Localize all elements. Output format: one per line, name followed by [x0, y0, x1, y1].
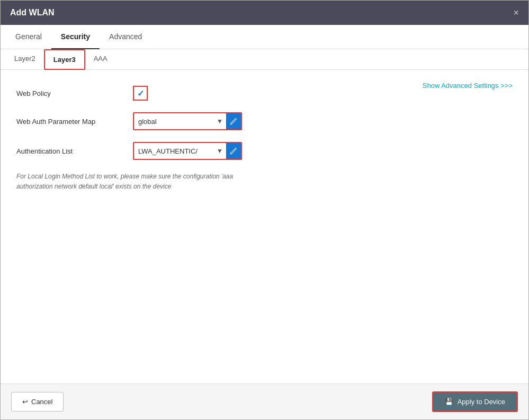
checkbox-checkmark: ✓ — [137, 88, 144, 99]
authentication-list-label: Authentication List — [16, 147, 133, 155]
cancel-icon: ↩ — [22, 398, 28, 406]
tab-general[interactable]: General — [6, 25, 51, 49]
authentication-list-dropdown-arrow-icon: ▼ — [213, 147, 226, 155]
apply-icon: 💾 — [445, 398, 453, 406]
apply-label: Apply to Device — [458, 398, 505, 406]
hint-text: For Local Login Method List to work, ple… — [16, 172, 255, 192]
authentication-list-edit-button[interactable] — [226, 143, 241, 159]
web-policy-checkbox[interactable]: ✓ — [133, 86, 148, 101]
tab-security[interactable]: Security — [51, 25, 100, 49]
tab-aaa[interactable]: AAA — [85, 49, 116, 70]
web-auth-param-map-control: global custom ▼ — [133, 112, 242, 130]
apply-to-device-button[interactable]: 💾 Apply to Device — [432, 391, 518, 412]
web-auth-param-map-select-wrap: global custom ▼ — [133, 112, 242, 130]
authentication-list-control: LWA_AUTHENTIC/ default ▼ — [133, 142, 242, 160]
tab-layer3[interactable]: Layer3 — [44, 49, 85, 70]
primary-tabs: General Security Advanced — [1, 25, 528, 49]
modal-title: Add WLAN — [10, 8, 55, 17]
tab-advanced[interactable]: Advanced — [100, 25, 151, 49]
web-auth-param-map-edit-button[interactable] — [226, 113, 241, 129]
web-auth-param-map-label: Web Auth Parameter Map — [16, 118, 133, 126]
authentication-list-row: Authentication List LWA_AUTHENTIC/ defau… — [16, 142, 513, 160]
add-wlan-modal: Add WLAN × General Security Advanced Lay… — [0, 0, 529, 420]
secondary-tabs: Layer2 Layer3 AAA — [1, 49, 528, 70]
modal-close-button[interactable]: × — [513, 8, 519, 17]
authentication-list-select-wrap: LWA_AUTHENTIC/ default ▼ — [133, 142, 242, 160]
cancel-label: Cancel — [31, 398, 52, 406]
tab-layer2[interactable]: Layer2 — [6, 49, 44, 70]
web-policy-control: ✓ — [133, 86, 148, 101]
modal-body: Show Advanced Settings >>> Web Policy ✓ … — [1, 70, 528, 383]
modal-header: Add WLAN × — [1, 1, 528, 25]
web-auth-param-map-row: Web Auth Parameter Map global custom ▼ — [16, 112, 513, 130]
edit-icon-2 — [230, 147, 237, 155]
web-auth-dropdown-arrow-icon: ▼ — [213, 118, 226, 125]
edit-icon — [230, 118, 237, 125]
show-advanced-settings-link[interactable]: Show Advanced Settings >>> — [423, 82, 513, 90]
web-auth-param-map-select[interactable]: global custom — [134, 115, 213, 128]
authentication-list-select[interactable]: LWA_AUTHENTIC/ default — [134, 145, 213, 158]
web-policy-label: Web Policy — [16, 90, 133, 97]
modal-footer: ↩ Cancel 💾 Apply to Device — [1, 383, 528, 419]
cancel-button[interactable]: ↩ Cancel — [11, 392, 64, 412]
